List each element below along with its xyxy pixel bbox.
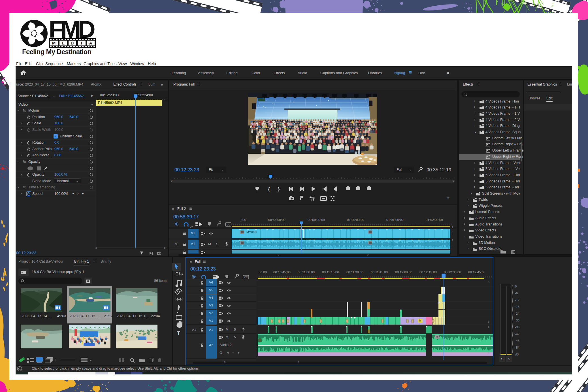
svg-text:E: E xyxy=(62,41,65,45)
svg-text:M: M xyxy=(52,41,56,45)
svg-text:Feeling My Destination: Feeling My Destination xyxy=(22,48,91,56)
svg-text:CC: CC xyxy=(227,223,230,226)
svg-text:fx: fx xyxy=(436,335,438,338)
svg-text:CC: CC xyxy=(244,276,248,279)
svg-text:T: T xyxy=(177,330,180,336)
svg-text:MY06S: MY06S xyxy=(246,231,257,234)
svg-text:D: D xyxy=(71,41,74,45)
svg-text:fx: fx xyxy=(419,319,421,322)
svg-text:A: A xyxy=(89,41,92,45)
svg-text:I: I xyxy=(81,41,82,45)
svg-text:}: } xyxy=(278,186,280,192)
svg-text:{: { xyxy=(268,186,270,192)
